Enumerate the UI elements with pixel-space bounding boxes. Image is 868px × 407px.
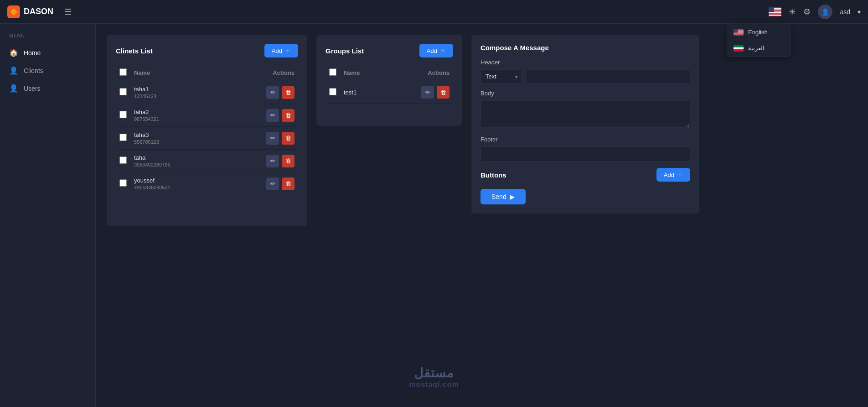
svg-rect-16 <box>734 45 744 47</box>
us-flag-icon[interactable] <box>769 7 781 16</box>
client-name-4: youssef <box>134 177 219 184</box>
svg-rect-5 <box>769 13 781 14</box>
watermark: مستقل mostaql.com <box>409 365 459 389</box>
client-number-2: 556789123 <box>134 139 219 145</box>
client-name-1: taha2 <box>134 109 219 115</box>
send-button[interactable]: Send ▶ <box>480 189 526 204</box>
group-delete-button-0[interactable]: 🗑 <box>437 86 450 99</box>
sidebar-item-clients[interactable]: 👤 Clients <box>0 62 95 79</box>
client-number-1: 987654321 <box>134 116 219 122</box>
client-edit-button-1[interactable]: ✏ <box>266 109 279 122</box>
client-row-checkbox-3[interactable] <box>119 157 127 164</box>
client-delete-button-3[interactable]: 🗑 <box>282 155 294 167</box>
svg-rect-4 <box>769 12 781 13</box>
client-edit-button-2[interactable]: ✏ <box>266 132 279 145</box>
client-row-checkbox-4[interactable] <box>119 179 127 187</box>
compose-add-button[interactable]: Add ＋ <box>656 168 690 182</box>
client-name-2: taha3 <box>134 131 219 138</box>
user-avatar[interactable]: 👤 <box>818 5 832 19</box>
clients-icon: 👤 <box>9 66 18 75</box>
user-name: asd <box>840 8 850 16</box>
groups-card-title: Groups List <box>326 47 364 55</box>
svg-rect-7 <box>769 7 774 12</box>
client-row-checkbox-0[interactable] <box>119 88 127 95</box>
settings-icon[interactable]: ⚙ <box>803 7 811 17</box>
groups-list-card: Groups List Add ＋ Name Actions test1 <box>316 35 462 126</box>
compose-buttons-row: Buttons Add ＋ <box>480 168 690 182</box>
compose-body-textarea[interactable] <box>480 100 690 128</box>
language-dropdown: English العربية <box>727 24 790 57</box>
hamburger-button[interactable]: ☰ <box>64 7 72 17</box>
client-delete-button-1[interactable]: 🗑 <box>282 109 294 122</box>
client-row-checkbox-1[interactable] <box>119 111 127 118</box>
client-delete-button-2[interactable]: 🗑 <box>282 132 294 145</box>
lang-item-english[interactable]: English <box>727 24 790 40</box>
watermark-latin: mostaql.com <box>409 381 459 389</box>
user-chevron[interactable]: ▾ <box>858 8 861 16</box>
clients-table: Name Actions taha1 12345123 ✏ 🗑 taha2 <box>116 65 298 195</box>
logo-icon: 🔶 <box>7 5 20 18</box>
lang-item-arabic[interactable]: العربية <box>727 40 790 56</box>
home-icon: 🏠 <box>9 48 18 57</box>
clients-select-all-checkbox[interactable] <box>119 68 127 76</box>
compose-buttons-title: Buttons <box>480 171 506 179</box>
client-number-4: +905346090531 <box>134 185 219 190</box>
topnav: 🔶 DASON ☰ ☀ ⚙ 👤 asd ▾ <box>0 0 868 24</box>
group-row-checkbox-0[interactable] <box>329 88 336 95</box>
groups-add-button[interactable]: Add ＋ <box>419 44 453 57</box>
clients-actions-col-header: Actions <box>223 65 298 81</box>
compose-header-label: Header <box>480 59 690 66</box>
group-edit-button-0[interactable]: ✏ <box>421 86 434 99</box>
clients-add-icon: ＋ <box>285 47 291 55</box>
client-delete-button-0[interactable]: 🗑 <box>282 86 294 99</box>
groups-actions-col-header: Actions <box>385 65 453 81</box>
sidebar: Menu 🏠 Home 👤 Clients 👤 Users <box>0 24 96 407</box>
client-row-checkbox-2[interactable] <box>119 134 127 141</box>
compose-footer-input[interactable] <box>480 146 690 162</box>
client-name-0: taha1 <box>134 86 219 93</box>
compose-header-row: Text Image Video <box>480 69 690 83</box>
groups-card-header: Groups List Add ＋ <box>326 44 453 57</box>
svg-rect-13 <box>734 33 744 34</box>
sidebar-item-users[interactable]: 👤 Users <box>0 79 95 97</box>
header-type-select[interactable]: Text Image Video <box>480 69 522 83</box>
logo-text: DASON <box>24 7 53 16</box>
client-edit-button-0[interactable]: ✏ <box>266 86 279 99</box>
compose-add-icon: ＋ <box>677 171 683 179</box>
sidebar-item-clients-label: Clients <box>24 67 43 74</box>
sidebar-item-users-label: Users <box>24 85 41 92</box>
arabic-lang-label: العربية <box>748 45 765 52</box>
group-table-row: test1 ✏ 🗑 <box>326 81 453 104</box>
groups-name-col-header: Name <box>340 65 385 81</box>
client-number-0: 12345123 <box>134 94 219 99</box>
brightness-icon[interactable]: ☀ <box>789 7 796 17</box>
compose-footer-label: Footer <box>480 136 690 143</box>
clients-card-header: Clinets List Add ＋ <box>116 44 298 57</box>
client-edit-button-4[interactable]: ✏ <box>266 177 279 190</box>
clients-add-button[interactable]: Add ＋ <box>264 44 298 57</box>
client-name-3: taha <box>134 154 219 161</box>
send-arrow-icon: ▶ <box>510 193 515 200</box>
svg-rect-14 <box>734 34 744 35</box>
compose-body-label: Body <box>480 90 690 97</box>
groups-add-label: Add <box>427 47 437 54</box>
client-delete-button-4[interactable]: 🗑 <box>282 177 294 190</box>
clients-card-title: Clinets List <box>116 47 153 55</box>
english-lang-label: English <box>748 29 768 36</box>
groups-table: Name Actions test1 ✏ 🗑 <box>326 65 453 104</box>
svg-rect-6 <box>769 15 781 16</box>
clients-name-col-header: Name <box>130 65 223 81</box>
compose-add-label: Add <box>664 172 674 178</box>
groups-select-all-checkbox[interactable] <box>329 68 336 76</box>
client-table-row: taha2 987654321 ✏ 🗑 <box>116 104 298 127</box>
sidebar-item-home-label: Home <box>24 49 41 57</box>
english-flag-icon <box>734 29 744 36</box>
compose-card-header: Compose A Message <box>480 44 690 52</box>
client-edit-button-3[interactable]: ✏ <box>266 155 279 167</box>
svg-rect-15 <box>734 29 738 33</box>
topnav-right: ☀ ⚙ 👤 asd ▾ <box>769 5 861 19</box>
sidebar-item-home[interactable]: 🏠 Home <box>0 44 95 62</box>
header-text-input[interactable] <box>525 69 690 83</box>
groups-add-icon: ＋ <box>440 47 446 55</box>
client-table-row: taha1 12345123 ✏ 🗑 <box>116 81 298 104</box>
